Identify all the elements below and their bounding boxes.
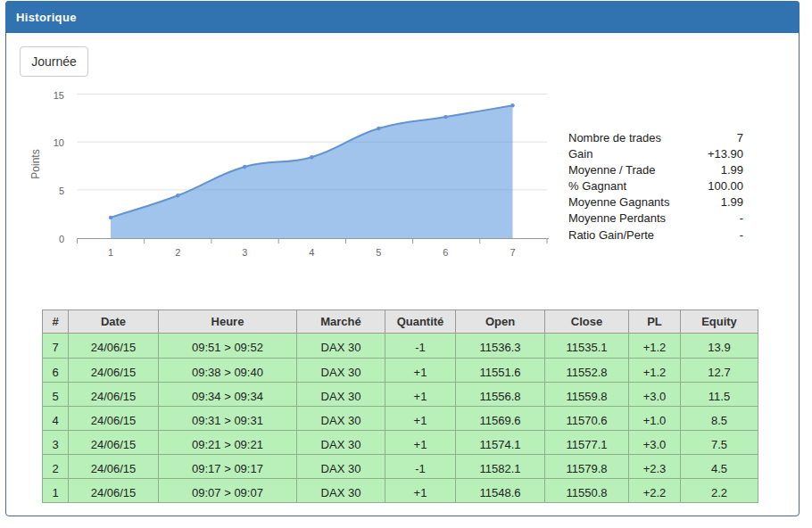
svg-text:2: 2: [175, 247, 180, 258]
svg-text:3: 3: [242, 247, 247, 258]
svg-text:Points: Points: [29, 149, 42, 178]
svg-text:1: 1: [108, 247, 113, 258]
svg-text:10: 10: [54, 137, 64, 148]
svg-text:6: 6: [443, 247, 448, 258]
svg-text:5: 5: [59, 186, 64, 196]
svg-text:7: 7: [510, 247, 515, 258]
svg-text:5: 5: [376, 247, 381, 258]
svg-text:4: 4: [309, 247, 314, 258]
svg-text:0: 0: [59, 234, 64, 244]
svg-text:15: 15: [54, 90, 64, 101]
